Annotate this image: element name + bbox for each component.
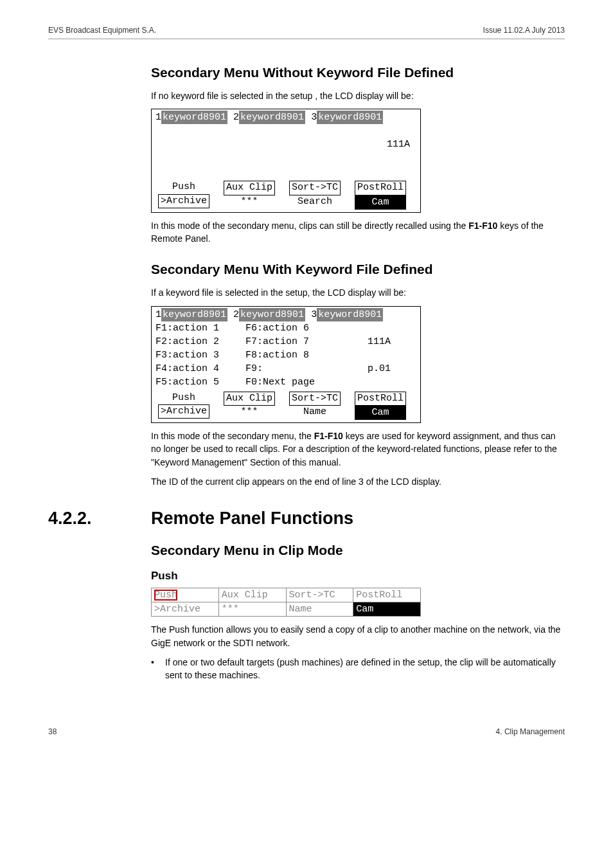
bullet-text: If one or two default targets (push mach… [165,656,565,682]
push-desc: The Push function allows you to easily s… [151,623,565,649]
lcd1-col3: Sort->TC Search [287,181,343,210]
lcd2-buttons: Push >Archive Aux Clip *** Sort->TC Name… [155,392,416,420]
section-clip-mode: Secondary Menu in Clip Mode Push Push Au… [151,543,565,682]
lcd1-col4: PostRoll Cam [352,181,409,210]
lcd2-row-f4f9: F4:action 4F9:p.01 [155,362,416,375]
lcd1-row-keywords: 1keyword8901 2keyword8901 3keyword8901 [155,111,416,124]
heading-push: Push [151,570,565,583]
lcd2-row-f3f8: F3:action 3F8:action 8 [155,348,416,362]
footer-left: 38 [48,727,57,736]
lcd2-col3: Sort->TC Name [287,392,343,420]
header-right: Issue 11.02.A July 2013 [483,26,565,35]
page: EVS Broadcast Equipment S.A. Issue 11.02… [0,0,613,775]
intro-1: If no keyword file is selected in the se… [151,89,565,102]
lcd2-col1: Push >Archive [155,392,212,420]
lcd2-col2: Aux Clip *** [221,392,278,420]
after-1: In this mode of the secondary menu, clip… [151,219,565,246]
section-with-keyword: Secondary Menu With Keyword File Defined… [151,262,565,488]
after-2b: The ID of the current clip appears on th… [151,475,565,488]
lcd1-row-blank3 [155,165,416,178]
lcd1-buttons: Push >Archive Aux Clip *** Sort->TC Sear… [155,181,416,210]
section-title: Remote Panel Functions [151,509,353,529]
heading-without-keyword: Secondary Menu Without Keyword File Defi… [151,65,565,80]
lcd2-row-f1f6: F1:action 1F6:action 6 [155,321,416,335]
section-without-keyword: Secondary Menu Without Keyword File Defi… [151,65,565,245]
lcd1-col1: Push >Archive [155,181,212,210]
intro-2: If a keyword file is selected in the set… [151,286,565,299]
heading-with-keyword: Secondary Menu With Keyword File Defined [151,262,565,277]
page-header: EVS Broadcast Equipment S.A. Issue 11.02… [48,26,565,39]
lcd2-row-f2f7: F2:action 2F7:action 7111A [155,335,416,348]
bullet-dot: • [151,656,159,682]
lcd-display-2: 1keyword8901 2keyword8901 3keyword8901 F… [151,306,421,424]
lcd2-col4: PostRoll Cam [352,392,409,420]
page-footer: 38 4. Clip Management [48,727,565,736]
lcd2-row-keywords: 1keyword8901 2keyword8901 3keyword8901 [155,308,416,321]
push-table: Push Aux Clip Sort->TC PostRoll >Archive… [151,588,421,617]
lcd1-row-val: 111A [155,138,416,151]
push-bullet: • If one or two default targets (push ma… [151,656,565,682]
lcd1-col2: Aux Clip *** [221,181,278,210]
lcd2-row-f5f0: F5:action 5F0:Next page [155,375,416,389]
section-422: 4.2.2. Remote Panel Functions [48,509,565,529]
header-left: EVS Broadcast Equipment S.A. [48,26,156,35]
lcd1-row-blank1 [155,124,416,138]
section-number: 4.2.2. [48,509,151,529]
after-2a: In this mode of the secondary menu, the … [151,429,565,469]
footer-right: 4. Clip Management [496,727,565,736]
lcd1-row-blank2 [155,151,416,165]
heading-clip-mode: Secondary Menu in Clip Mode [151,543,565,558]
lcd-display-1: 1keyword8901 2keyword8901 3keyword8901 1… [151,109,421,213]
